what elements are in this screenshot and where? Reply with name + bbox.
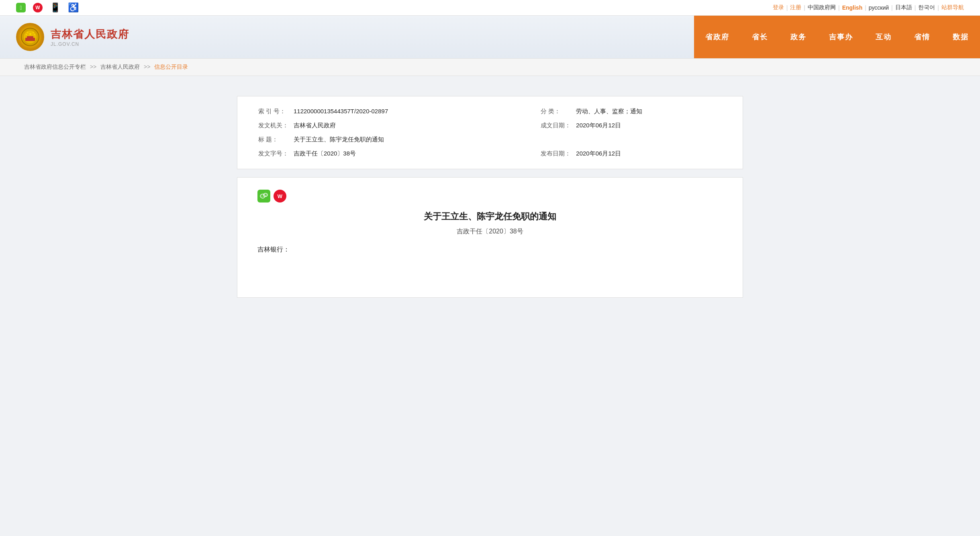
category-label: 分 类： (536, 104, 576, 119)
gov-portal-link[interactable]: 中国政府网 (808, 4, 836, 11)
category-value: 劳动、人事、监察；通知 (576, 104, 727, 119)
nav-item-ji-affairs[interactable]: 吉事办 (818, 16, 864, 58)
header-wrapper: ★ ★ ★ ★ ★ 吉林省人民政府 JL.GOV.CN (0, 16, 980, 58)
info-box: 索 引 号： 11220000013544357T/2020-02897 分 类… (237, 96, 743, 169)
top-bar-right-links: 登录 | 注册 | 中国政府网 | English | русский | 日本… (773, 4, 964, 11)
doc-number-value: 吉政干任〔2020〕38号 (294, 147, 504, 161)
english-link[interactable]: English (842, 4, 863, 11)
breadcrumb-sep2: >> (144, 63, 150, 70)
wechat-icon[interactable]:  (16, 3, 26, 12)
doc-title-label: 标 题： (253, 133, 294, 147)
gov-domain: JL.GOV.CN (51, 41, 129, 47)
date-formed-label: 成文日期： (536, 119, 576, 133)
index-number-value: 11220000013544357T/2020-02897 (294, 104, 504, 119)
divider7: | (937, 4, 939, 11)
breadcrumb-bar: 吉林省政府信息公开专栏 >> 吉林省人民政府 >> 信息公开目录 (0, 58, 980, 76)
login-link[interactable]: 登录 (773, 4, 784, 11)
nav-item-affairs[interactable]: 政务 (779, 16, 818, 58)
weibo-icon[interactable]: W (33, 3, 43, 12)
divider6: | (915, 4, 916, 11)
doc-social-icons: W (257, 190, 723, 203)
breadcrumb-jilin-gov[interactable]: 吉林省人民政府 (100, 63, 140, 70)
svg-point-10 (261, 196, 262, 196)
svg-rect-2 (25, 38, 35, 41)
japanese-link[interactable]: 日本語 (895, 4, 912, 11)
gov-main-title: 吉林省人民政府 (51, 27, 129, 41)
doc-recipient: 吉林银行： (257, 245, 723, 254)
svg-point-14 (266, 194, 267, 195)
publish-date-value: 2020年06月12日 (576, 147, 727, 161)
nav-item-province-gov[interactable]: 省政府 (694, 16, 741, 58)
doc-number: 吉政干任〔2020〕38号 (257, 227, 723, 236)
svg-rect-3 (27, 36, 33, 38)
main-content: 索 引 号： 11220000013544357T/2020-02897 分 类… (213, 76, 767, 306)
spacer2 (504, 119, 536, 133)
disabled-icon[interactable]: ♿ (68, 2, 79, 13)
divider4: | (865, 4, 866, 11)
nav-item-data[interactable]: 数据 (941, 16, 980, 58)
issuing-org-label: 发文机关： (253, 119, 294, 133)
nav-item-governor[interactable]: 省长 (741, 16, 779, 58)
svg-text:★: ★ (25, 33, 27, 36)
gov-emblem: ★ ★ ★ ★ ★ (16, 23, 44, 51)
svg-point-13 (264, 194, 265, 195)
emblem-inner: ★ ★ ★ ★ ★ (20, 27, 41, 47)
publish-date-label: 发布日期： (536, 147, 576, 161)
divider2: | (804, 4, 805, 11)
breadcrumb-current: 信息公开目录 (154, 63, 188, 70)
doc-box: W 关于王立生、陈宇龙任免职的通知 吉政干任〔2020〕38号 吉林银行： (237, 177, 743, 298)
divider3: | (838, 4, 840, 11)
top-bar-social-icons:  W 📱 ♿ (16, 2, 79, 13)
nav-item-interact[interactable]: 互动 (864, 16, 903, 58)
site-guide-link[interactable]: 站群导航 (941, 4, 964, 11)
issuing-org-value: 吉林省人民政府 (294, 119, 504, 133)
svg-text:★: ★ (33, 33, 35, 36)
doc-weibo-share[interactable]: W (274, 190, 286, 203)
info-table: 索 引 号： 11220000013544357T/2020-02897 分 类… (253, 104, 727, 161)
spacer1 (504, 104, 536, 119)
russian-link[interactable]: русский (869, 4, 889, 11)
svg-text:★: ★ (29, 32, 32, 36)
nav-item-province-info[interactable]: 省情 (903, 16, 941, 58)
nav-bar: 省政府 省长 政务 吉事办 互动 省情 数据 (694, 16, 980, 58)
top-bar:  W 📱 ♿ 登录 | 注册 | 中国政府网 | English | русс… (0, 0, 980, 16)
register-link[interactable]: 注册 (790, 4, 801, 11)
breadcrumb-gov-info[interactable]: 吉林省政府信息公开专栏 (24, 63, 86, 70)
breadcrumb-sep1: >> (90, 63, 96, 70)
doc-number-label: 发文字号： (253, 147, 294, 161)
doc-title-value: 关于王立生、陈宇龙任免职的通知 (294, 133, 727, 147)
index-number-label: 索 引 号： (253, 104, 294, 119)
doc-wechat-share[interactable] (257, 190, 270, 203)
doc-title: 关于王立生、陈宇龙任免职的通知 (257, 211, 723, 223)
spacer3 (504, 147, 536, 161)
svg-point-12 (263, 193, 267, 196)
divider5: | (891, 4, 893, 11)
gov-title: 吉林省人民政府 JL.GOV.CN (51, 27, 129, 47)
phone-icon[interactable]: 📱 (50, 2, 61, 13)
date-formed-value: 2020年06月12日 (576, 119, 727, 133)
divider1: | (786, 4, 788, 11)
korean-link[interactable]: 한국어 (918, 4, 935, 11)
